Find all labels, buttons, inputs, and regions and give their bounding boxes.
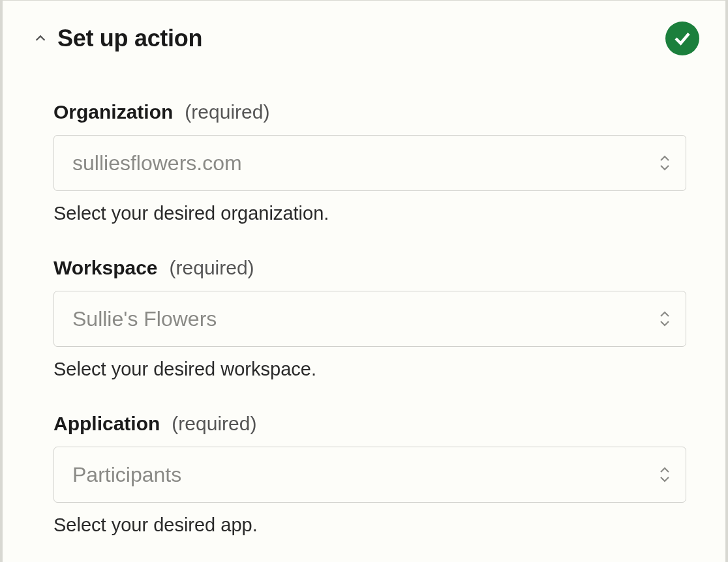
check-icon xyxy=(673,29,692,48)
workspace-help: Select your desired workspace. xyxy=(53,359,686,380)
organization-value: sulliesflowers.com xyxy=(72,151,242,175)
workspace-label: Workspace xyxy=(53,257,158,279)
setup-action-panel: Set up action Organization (required) su… xyxy=(0,0,728,562)
section-title: Set up action xyxy=(57,25,202,52)
organization-label-row: Organization (required) xyxy=(53,101,686,123)
application-value: Participants xyxy=(72,463,181,487)
application-required: (required) xyxy=(172,413,256,435)
workspace-required: (required) xyxy=(170,257,254,279)
workspace-value: Sullie's Flowers xyxy=(72,307,217,331)
workspace-label-row: Workspace (required) xyxy=(53,257,686,279)
organization-help: Select your desired organization. xyxy=(53,203,686,224)
workspace-field-group: Workspace (required) Sullie's Flowers Se… xyxy=(53,257,686,380)
application-label: Application xyxy=(53,413,160,435)
updown-arrows-icon xyxy=(658,155,671,171)
organization-select[interactable]: sulliesflowers.com xyxy=(53,135,686,191)
application-label-row: Application (required) xyxy=(53,413,686,435)
status-complete-badge xyxy=(665,22,699,55)
section-header: Set up action xyxy=(3,1,725,62)
organization-label: Organization xyxy=(53,101,173,123)
workspace-select[interactable]: Sullie's Flowers xyxy=(53,291,686,347)
application-help: Select your desired app. xyxy=(53,514,686,536)
updown-arrows-icon xyxy=(658,466,671,483)
application-select[interactable]: Participants xyxy=(53,447,686,503)
header-left[interactable]: Set up action xyxy=(33,25,202,52)
organization-required: (required) xyxy=(185,101,269,123)
organization-field-group: Organization (required) sulliesflowers.c… xyxy=(53,101,686,224)
chevron-up-icon[interactable] xyxy=(33,31,48,46)
application-field-group: Application (required) Participants Sele… xyxy=(53,413,686,536)
updown-arrows-icon xyxy=(658,310,671,327)
form-area: Organization (required) sulliesflowers.c… xyxy=(3,62,725,536)
